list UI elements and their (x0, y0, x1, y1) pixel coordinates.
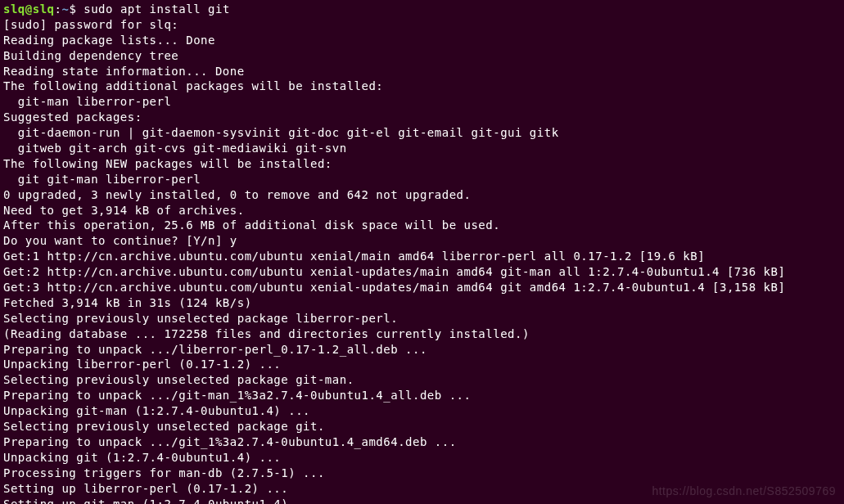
output-line: Suggested packages: (3, 110, 841, 125)
output-line: Get:3 http://cn.archive.ubuntu.com/ubunt… (3, 280, 841, 295)
command-text: sudo apt install git (83, 2, 230, 16)
output-line: Preparing to unpack .../git_1%3a2.7.4-0u… (3, 434, 841, 450)
terminal-line-prompt1[interactable]: slq@slq:~$ sudo apt install git (3, 2, 841, 17)
output-line: Do you want to continue? [Y/n] y (3, 233, 841, 249)
output-line: Get:2 http://cn.archive.ubuntu.com/ubunt… (3, 264, 841, 280)
output-line: Need to get 3,914 kB of archives. (3, 203, 841, 218)
output-line: gitweb git-arch git-cvs git-mediawiki gi… (3, 141, 841, 156)
output-line: git-daemon-run | git-daemon-sysvinit git… (3, 125, 841, 141)
prompt-dollar: $ (69, 2, 83, 16)
output-line: Unpacking git (1:2.7.4-0ubuntu1.4) ... (3, 450, 841, 466)
output-line: Fetched 3,914 kB in 31s (124 kB/s) (3, 295, 841, 311)
output-line: git-man liberror-perl (3, 94, 841, 110)
watermark-text: https://blog.csdn.net/S852509769 (652, 484, 836, 499)
prompt-user-host: slq@slq (3, 2, 55, 16)
output-line: The following NEW packages will be insta… (3, 156, 841, 172)
output-line: Reading package lists... Done (3, 33, 841, 48)
output-line: 0 upgraded, 3 newly installed, 0 to remo… (3, 187, 841, 203)
output-line: Processing triggers for man-db (2.7.5-1)… (3, 466, 841, 481)
output-line: Reading state information... Done (3, 64, 841, 79)
output-line: [sudo] password for slq: (3, 17, 841, 33)
output-line: Preparing to unpack .../liberror-perl_0.… (3, 342, 841, 358)
output-line: Preparing to unpack .../git-man_1%3a2.7.… (3, 388, 841, 403)
output-line: Selecting previously unselected package … (3, 372, 841, 388)
output-line: git git-man liberror-perl (3, 172, 841, 187)
output-line: Unpacking liberror-perl (0.17-1.2) ... (3, 357, 841, 372)
output-line: Get:1 http://cn.archive.ubuntu.com/ubunt… (3, 249, 841, 264)
output-line: After this operation, 25.6 MB of additio… (3, 218, 841, 233)
output-line: (Reading database ... 172258 files and d… (3, 326, 841, 342)
output-line: Building dependency tree (3, 48, 841, 64)
output-line: Unpacking git-man (1:2.7.4-0ubuntu1.4) .… (3, 403, 841, 419)
output-line: Selecting previously unselected package … (3, 419, 841, 434)
output-line: Selecting previously unselected package … (3, 311, 841, 326)
output-line: The following additional packages will b… (3, 79, 841, 94)
